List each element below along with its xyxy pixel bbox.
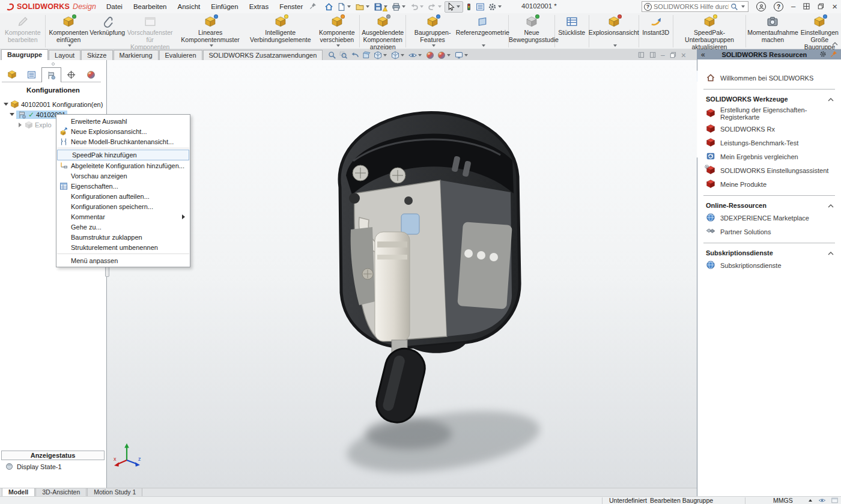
edit-appearance-icon[interactable] (426, 51, 434, 59)
graphics-viewport[interactable]: x z (107, 60, 697, 488)
collapse-section-icon[interactable] (828, 249, 834, 257)
tab-evaluieren[interactable]: Evaluieren (159, 50, 202, 60)
new-document-button[interactable] (336, 2, 353, 12)
doc-minimize-button[interactable]: – (661, 51, 665, 59)
menu-item-abgeleitete-konfiguration[interactable]: Abgeleitete Konfiguration hinzufügen... (56, 160, 190, 171)
tool-compare-result[interactable]: Mein Ergebnis vergleichen (697, 150, 841, 163)
tab-configuration-manager[interactable] (41, 67, 61, 82)
section-view-icon[interactable] (362, 51, 371, 59)
save-button[interactable] (372, 2, 390, 12)
task-pane-pin-icon[interactable] (830, 50, 837, 59)
menu-bearbeiten[interactable]: Bearbeiten (128, 0, 172, 13)
tab-property-manager[interactable] (22, 67, 41, 82)
help-icon[interactable]: ? (774, 2, 783, 11)
linear-component-pattern-button[interactable]: Lineares Komponentenmuster (175, 14, 246, 48)
tab-baugruppe[interactable]: Baugruppe (1, 49, 48, 60)
menu-extras[interactable]: Extras (244, 0, 275, 13)
section-header-werkzeuge[interactable]: SOLIDWORKS Werkzeuge (697, 94, 841, 105)
previous-view-icon[interactable] (351, 51, 359, 59)
units-caret-icon[interactable] (809, 499, 812, 502)
menu-ansicht[interactable]: Ansicht (172, 0, 206, 13)
tab-dimxpert[interactable] (61, 67, 81, 82)
view-settings-button[interactable] (455, 51, 469, 59)
minimize-button[interactable]: – (791, 0, 795, 13)
tool-solidworks-rx[interactable]: SOLIDWORKS Rx (697, 122, 841, 136)
menu-item-konfigurationen-speichern[interactable]: Konfigurationen speichern... (56, 201, 190, 211)
help-search-box[interactable]: ? (642, 1, 748, 12)
assembly-features-button[interactable]: Baugruppen-Features (407, 14, 458, 48)
arrange-windows-button[interactable] (803, 3, 810, 11)
pane-right-icon[interactable] (649, 52, 656, 59)
section-header-online[interactable]: Online-Ressourcen (697, 200, 841, 211)
tool-my-products[interactable]: Meine Produkte (697, 177, 841, 191)
display-state-item[interactable]: Display State-1 (5, 463, 62, 470)
mate-button[interactable]: Verknüpfung (90, 14, 125, 48)
panel-splitter-handle[interactable] (105, 266, 109, 277)
subscription-services-item[interactable]: Subskriptionsdienste (697, 258, 841, 272)
options-button[interactable] (487, 2, 504, 12)
linear-component-pattern-dropdown[interactable] (210, 44, 213, 47)
panel-grip-handle[interactable] (52, 62, 55, 65)
reference-geometry-button[interactable]: Referenzgeometrie (458, 14, 507, 48)
menu-item-kommentar[interactable]: Kommentar (56, 211, 190, 222)
print-button[interactable] (390, 2, 408, 12)
tab-modell[interactable]: Modell (2, 488, 35, 496)
update-speedpak-button[interactable]: SpeedPak-Unterbaugruppen aktualisieren (675, 14, 745, 48)
tab-layout[interactable]: Layout (49, 50, 80, 60)
bill-of-materials-button[interactable]: Stückliste (556, 14, 587, 48)
account-icon[interactable] (756, 2, 766, 11)
view-orientation-button[interactable] (374, 51, 388, 59)
show-hidden-components-button[interactable]: Ausgeblendete Komponenten anzeigen (361, 14, 404, 48)
expand-caret-icon[interactable] (9, 113, 14, 116)
task-pane-collapse-icon[interactable]: « (697, 50, 709, 59)
menu-einfuegen[interactable]: Einfügen (205, 0, 243, 13)
search-icon[interactable] (730, 3, 738, 11)
move-component-dropdown[interactable] (336, 44, 340, 47)
insert-components-button[interactable]: Komponenten einfügen (47, 14, 90, 48)
close-button[interactable]: × (832, 0, 837, 13)
take-snapshot-button[interactable]: Momentaufnahme machen (747, 14, 798, 48)
smart-fasteners-button[interactable]: Intelligente Verbindungselemente (245, 14, 315, 48)
menu-item-gehe-zu[interactable]: Gehe zu... (56, 222, 190, 232)
collapse-toolbar-icon[interactable] (832, 40, 838, 47)
move-component-button[interactable]: Komponente verschieben (315, 14, 358, 48)
pane-left-icon[interactable] (638, 52, 645, 59)
assembly-features-dropdown[interactable] (432, 44, 436, 47)
exploded-view-dropdown[interactable] (613, 44, 617, 47)
collapsed-caret-icon[interactable] (17, 123, 23, 127)
tree-row-root[interactable]: 40102001 Konfiguration(en) (0, 99, 106, 109)
3d-model[interactable] (317, 103, 545, 482)
menu-item-eigenschaften[interactable]: Eigenschaften... (56, 181, 190, 191)
reference-geometry-dropdown[interactable] (482, 44, 485, 47)
comment-pane-icon[interactable] (831, 497, 839, 504)
tab-markierung[interactable]: Markierung (114, 50, 159, 60)
apply-scene-button[interactable] (437, 51, 452, 59)
menu-item-baumstruktur-zuklappen[interactable]: Baumstruktur zuklappen (56, 232, 190, 242)
tool-settings-wizard[interactable]: SOLIDWORKS Einstellungsassistent (697, 163, 841, 177)
expand-caret-icon[interactable] (3, 103, 8, 106)
select-button[interactable] (445, 1, 463, 13)
doc-restore-button[interactable] (670, 52, 676, 59)
collapse-section-icon[interactable] (828, 202, 834, 209)
restore-button[interactable] (818, 3, 824, 11)
collapse-section-icon[interactable] (828, 96, 834, 103)
menu-datei[interactable]: Datei (101, 0, 128, 13)
instant3d-button[interactable]: Instant3D (640, 14, 672, 48)
menu-pin-icon[interactable] (309, 2, 317, 11)
tab-motion-study[interactable]: Motion Study 1 (87, 488, 142, 496)
menu-item-menue-anpassen[interactable]: Menü anpassen (56, 255, 190, 266)
insert-components-dropdown[interactable] (68, 44, 71, 47)
rebuild-button[interactable] (464, 2, 474, 12)
menu-item-speedpak-hinzufuegen[interactable]: SpeedPak hinzufügen (57, 150, 189, 160)
display-style-button[interactable] (391, 51, 405, 59)
tab-3d-ansichten[interactable]: 3D-Ansichten (35, 488, 87, 496)
zoom-fit-icon[interactable] (328, 51, 336, 59)
tab-zusatzanwendungen[interactable]: SOLIDWORKS Zusatzanwendungen (203, 50, 323, 60)
tool-property-tab-builder[interactable]: Erstellung der Eigenschaften-Registerkar… (697, 105, 841, 122)
file-properties-button[interactable] (475, 2, 486, 12)
exploded-view-button[interactable]: Explosionsansicht (591, 14, 637, 48)
menu-item-strukturelement-umbenennen[interactable]: Strukturelement umbenennen (56, 242, 190, 252)
tool-benchmark-test[interactable]: Leistungs-Benchmark-Test (697, 136, 841, 150)
new-motion-study-button[interactable]: Neue Bewegungsstudie (510, 14, 553, 48)
help-search-input[interactable] (654, 3, 729, 10)
